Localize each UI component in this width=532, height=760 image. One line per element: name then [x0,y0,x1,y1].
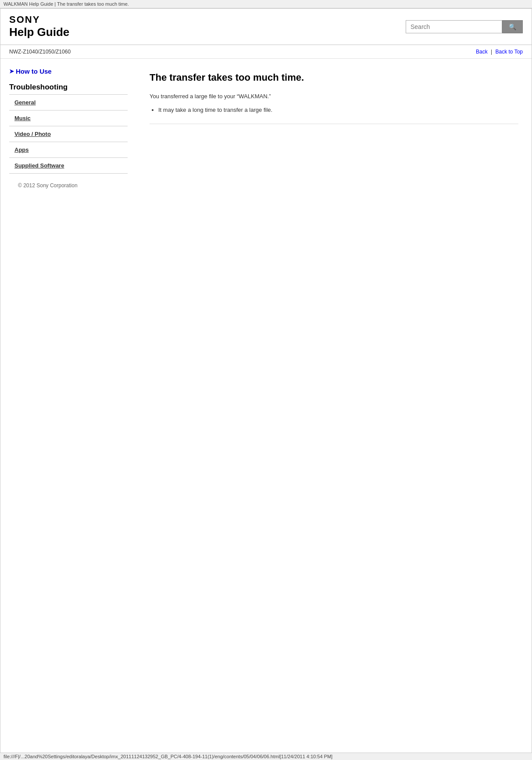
nav-bar: NWZ-Z1040/Z1050/Z1060 Back | Back to Top [0,45,532,59]
browser-title-text: WALKMAN Help Guide | The transfer takes … [4,1,129,7]
search-input[interactable] [406,20,502,33]
article-bullet-list: It may take a long time to transfer a la… [158,106,518,115]
how-to-use-link[interactable]: ➤ How to Use [9,68,128,75]
list-item: It may take a long time to transfer a la… [158,106,518,115]
chevron-right-icon: ➤ [9,68,14,75]
content-area: ➤ How to Use Troubleshooting General Mus… [0,59,532,206]
article-body: You transferred a large file to your “WA… [150,92,518,115]
header: SONY Help Guide 🔍 [0,9,532,45]
sony-logo: SONY [9,14,69,25]
sidebar-item-video-photo[interactable]: Video / Photo [9,126,128,142]
back-to-top-link[interactable]: Back to Top [496,49,523,55]
status-bar: file:///F|/...20and%20Settings/editorala… [0,753,532,754]
article-title: The transfer takes too much time. [150,72,518,83]
main-content: The transfer takes too much time. You tr… [136,59,532,206]
article-intro: You transferred a large file to your “WA… [150,92,518,101]
footer: © 2012 Sony Corporation [9,174,128,197]
sidebar-item-apps[interactable]: Apps [9,142,128,158]
model-number: NWZ-Z1040/Z1050/Z1060 [9,49,71,55]
back-link[interactable]: Back [476,49,489,55]
nav-bar-right: Back | Back to Top [476,49,523,55]
sidebar-item-general[interactable]: General [9,95,128,111]
help-guide-title: Help Guide [9,25,69,39]
article-divider [150,124,518,124]
sidebar-how-to-use: ➤ How to Use [9,68,128,75]
copyright-text: © 2012 Sony Corporation [18,182,78,189]
sidebar-item-supplied-software[interactable]: Supplied Software [9,158,128,174]
nav-separator: | [491,49,492,55]
header-search: 🔍 [406,20,523,33]
page-wrapper: SONY Help Guide 🔍 NWZ-Z1040/Z1050/Z1060 … [0,8,532,754]
search-icon: 🔍 [509,23,516,30]
troubleshooting-title: Troubleshooting [9,83,128,92]
header-left: SONY Help Guide [9,14,69,39]
sidebar: ➤ How to Use Troubleshooting General Mus… [0,59,136,206]
search-button[interactable]: 🔍 [502,20,523,33]
sidebar-item-music[interactable]: Music [9,111,128,126]
browser-title-bar: WALKMAN Help Guide | The transfer takes … [0,0,532,8]
